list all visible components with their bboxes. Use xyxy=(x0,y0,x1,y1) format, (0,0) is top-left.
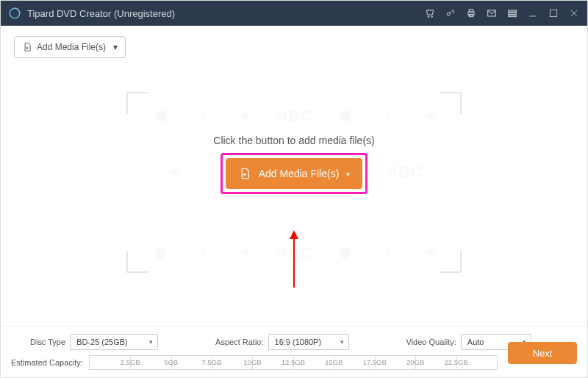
svg-rect-11 xyxy=(550,10,556,16)
maximize-icon[interactable] xyxy=(548,7,559,19)
aspect-ratio-label: Aspect Ratio: xyxy=(215,338,263,346)
ruler-label: 7.5GB xyxy=(202,358,222,366)
app-title: Tipard DVD Creator (Unregistered) xyxy=(27,8,175,19)
add-media-label: Add Media File(s) xyxy=(259,168,340,179)
svg-point-16 xyxy=(154,247,167,260)
video-quality-label: Video Quality: xyxy=(406,338,456,346)
print-icon[interactable] xyxy=(465,7,477,19)
ruler-label: 20GB xyxy=(406,358,424,366)
mail-icon[interactable] xyxy=(486,7,498,19)
svg-rect-5 xyxy=(469,10,473,12)
ruler-label: 22.5GB xyxy=(444,358,467,366)
annotation-arrow xyxy=(288,230,300,290)
menu-icon[interactable] xyxy=(506,7,518,19)
disc-type-select[interactable]: BD-25 (25GB) ▾ xyxy=(70,334,158,350)
svg-rect-9 xyxy=(509,13,517,14)
disc-type-value: BD-25 (25GB) xyxy=(76,338,128,346)
estimated-capacity-label: Estimated Capacity: xyxy=(11,358,83,367)
app-logo-icon xyxy=(8,7,21,20)
svg-rect-13 xyxy=(201,113,205,119)
minimize-icon[interactable] xyxy=(527,7,539,19)
chevron-down-icon: ▾ xyxy=(346,170,350,178)
key-icon[interactable] xyxy=(445,7,456,19)
svg-rect-8 xyxy=(509,10,517,12)
svg-rect-15 xyxy=(386,113,390,119)
cart-icon[interactable] xyxy=(424,7,436,19)
svg-rect-19 xyxy=(386,249,390,256)
disc-type-label: Disc Type xyxy=(30,338,65,346)
svg-point-1 xyxy=(428,16,429,18)
svg-point-2 xyxy=(431,16,433,18)
ruler-label: 17.5GB xyxy=(363,358,387,366)
aspect-ratio-value: 16:9 (1080P) xyxy=(275,338,322,346)
aspect-ratio-select[interactable]: 16:9 (1080P) ▾ xyxy=(268,334,349,350)
svg-rect-17 xyxy=(201,249,205,256)
bottom-bar: Disc Type BD-25 (25GB) ▾ Aspect Ratio: 1… xyxy=(1,326,587,377)
capacity-ruler: 2.5GB5GB7.5GB10GB12.5GB15GB17.5GB20GB22.… xyxy=(89,355,498,370)
chevron-down-icon: ▾ xyxy=(149,338,153,346)
svg-point-12 xyxy=(154,110,167,123)
svg-point-18 xyxy=(340,247,352,260)
video-quality-value: Auto xyxy=(467,338,484,346)
ruler-label: 12.5GB xyxy=(282,358,305,366)
chevron-down-icon: ▾ xyxy=(340,338,344,346)
ruler-label: 2.5GB xyxy=(121,358,140,366)
svg-rect-10 xyxy=(509,15,517,17)
next-label: Next xyxy=(533,348,553,359)
ruler-label: 5GB xyxy=(164,358,178,366)
next-button[interactable]: Next xyxy=(508,342,577,364)
ruler-label: 10GB xyxy=(243,358,261,366)
svg-marker-21 xyxy=(290,230,298,239)
svg-rect-7 xyxy=(488,10,496,16)
titlebar: Tipard DVD Creator (Unregistered) xyxy=(1,1,587,26)
svg-point-14 xyxy=(340,110,352,123)
close-icon[interactable] xyxy=(568,7,580,19)
watermark-row: ✦ABC ✦ xyxy=(140,107,448,126)
ruler-label: 15GB xyxy=(325,358,343,366)
add-media-button[interactable]: Add Media File(s) ▾ xyxy=(226,158,362,189)
drop-prompt: Click the button to add media file(s) xyxy=(140,135,448,146)
